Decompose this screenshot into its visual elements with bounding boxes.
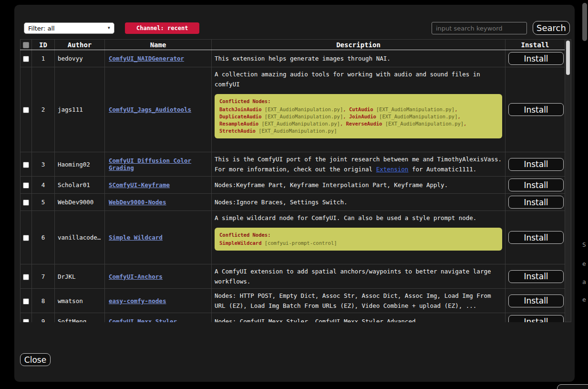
row-install-cell: Install bbox=[505, 313, 565, 323]
background-glyph: e bbox=[582, 296, 586, 303]
close-button[interactable]: Close bbox=[20, 353, 51, 366]
conflicted-node-extension: [EXT_AudioManipulation.py] bbox=[376, 106, 454, 112]
background-glyph: S bbox=[582, 241, 586, 248]
row-author: vanillacode… bbox=[55, 211, 105, 264]
filter-select-wrap: Filter: all ▾ bbox=[24, 22, 114, 34]
install-custom-nodes-dialog: Filter: all ▾ Channel: recent Search ID bbox=[14, 5, 575, 382]
node-name-link[interactable]: ComfyUI_Jags_Audiotools bbox=[109, 106, 191, 113]
install-button[interactable]: Install bbox=[508, 52, 564, 65]
row-description: Nodes:Keyframe Part, Keyframe Interpolat… bbox=[212, 177, 505, 194]
conflicted-node-name: SimpleWildcard bbox=[219, 240, 262, 246]
row-author: bedovyy bbox=[55, 50, 105, 67]
install-button[interactable]: Install bbox=[508, 315, 564, 322]
install-button[interactable]: Install bbox=[508, 103, 564, 116]
table-scrollbar-thumb[interactable] bbox=[566, 41, 570, 75]
conflicted-nodes-list: BatchJoinAudio [EXT_AudioManipulation.py… bbox=[219, 106, 497, 135]
row-description: Nodes: ComfyUI Mexx Styler, ComfyUI Mexx… bbox=[212, 313, 505, 323]
row-author: SoftMeng bbox=[55, 313, 105, 323]
select-all-checkbox[interactable] bbox=[23, 42, 29, 48]
row-id: 5 bbox=[32, 194, 55, 211]
row-author: Scholar01 bbox=[55, 177, 105, 194]
custom-nodes-table: ID Author Name Description Install 1bedo… bbox=[20, 39, 565, 322]
conflicted-nodes-title: Conflicted Nodes: bbox=[219, 231, 497, 239]
description-text: A collection amazing audio tools for wor… bbox=[215, 69, 502, 89]
table-header-row: ID Author Name Description Install bbox=[21, 40, 565, 50]
row-name: WebDev9000-Nodes bbox=[105, 194, 212, 211]
table-row: 1bedovyyComfyUI_NAIDGeneratorThis extens… bbox=[21, 50, 565, 67]
row-checkbox[interactable] bbox=[23, 107, 29, 113]
description-text: Nodes:Ignore Braces, Settings Switch. bbox=[215, 197, 502, 207]
conflicted-node-name: StretchAudio bbox=[219, 128, 256, 134]
table-row: 2jags111ComfyUI_Jags_AudiotoolsA collect… bbox=[21, 67, 565, 152]
row-name: Simple Wildcard bbox=[105, 211, 212, 264]
row-select-cell bbox=[21, 152, 32, 177]
install-button[interactable]: Install bbox=[508, 158, 564, 171]
row-id: 7 bbox=[32, 264, 55, 289]
table-scrollbar[interactable] bbox=[565, 39, 571, 322]
node-name-link[interactable]: easy-comfy-nodes bbox=[109, 297, 166, 305]
row-select-cell bbox=[21, 289, 32, 313]
row-select-cell bbox=[21, 211, 32, 264]
node-name-link[interactable]: ComfyUI_NAIDGenerator bbox=[109, 55, 184, 62]
description-text: This extension helps generate images thr… bbox=[215, 53, 502, 63]
row-author: Haoming02 bbox=[55, 152, 105, 177]
row-author: jags111 bbox=[55, 67, 105, 152]
node-name-link[interactable]: ComfyUI-Anchors bbox=[109, 273, 163, 280]
row-install-cell: Install bbox=[505, 264, 565, 289]
node-name-link[interactable]: ComfyUI_Mexx_Styler bbox=[109, 318, 177, 322]
row-install-cell: Install bbox=[505, 211, 565, 264]
install-button[interactable]: Install bbox=[508, 196, 564, 209]
filter-select[interactable]: Filter: all bbox=[24, 22, 114, 34]
row-id: 1 bbox=[32, 50, 55, 67]
row-checkbox[interactable] bbox=[23, 162, 29, 168]
row-checkbox[interactable] bbox=[23, 56, 29, 62]
description-text: A simple wildcard node for ComfyUI. Can … bbox=[215, 213, 502, 223]
conflicted-node-name: ResampleAudio bbox=[219, 121, 258, 126]
conflicted-node-name: BatchJoinAudio bbox=[219, 106, 262, 112]
table-row: 5WebDev9000WebDev9000-NodesNodes:Ignore … bbox=[21, 194, 565, 211]
description-link[interactable]: Extension bbox=[376, 166, 409, 173]
table-row: 3Haoming02ComfyUI Diffusion Color Gradin… bbox=[21, 152, 565, 177]
row-checkbox[interactable] bbox=[23, 235, 29, 241]
page-scrollbar-thumb[interactable] bbox=[582, 3, 587, 41]
page-background: Filter: all ▾ Channel: recent Search ID bbox=[0, 0, 588, 389]
conflicted-node-name: ReverseAudio bbox=[346, 121, 382, 126]
row-install-cell: Install bbox=[505, 67, 565, 152]
table-row: 8wmatsoneasy-comfy-nodesNodes: HTTP POST… bbox=[21, 289, 565, 313]
row-id: 8 bbox=[32, 289, 55, 313]
search-input[interactable] bbox=[432, 22, 527, 34]
node-name-link[interactable]: ComfyUI Diffusion Color Grading bbox=[109, 157, 191, 171]
column-header-author: Author bbox=[55, 40, 105, 50]
row-id: 3 bbox=[32, 152, 55, 177]
row-description: Nodes: HTTP POST, Empty Dict, Assoc Str,… bbox=[212, 289, 505, 313]
clipped-corner-button[interactable] bbox=[557, 384, 588, 389]
row-select-cell bbox=[21, 50, 32, 67]
install-button[interactable]: Install bbox=[508, 231, 564, 244]
column-header-name: Name bbox=[105, 40, 212, 50]
node-name-link[interactable]: WebDev9000-Nodes bbox=[109, 199, 166, 206]
node-name-link[interactable]: Simple Wildcard bbox=[109, 234, 163, 241]
channel-badge: Channel: recent bbox=[125, 22, 199, 34]
row-checkbox[interactable] bbox=[23, 182, 29, 189]
row-description: A collection amazing audio tools for wor… bbox=[212, 67, 505, 152]
row-install-cell: Install bbox=[505, 50, 565, 67]
row-description: A ComfyUI extension to add spatial ancho… bbox=[212, 264, 505, 289]
row-author: WebDev9000 bbox=[55, 194, 105, 211]
row-install-cell: Install bbox=[505, 177, 565, 194]
row-checkbox[interactable] bbox=[23, 200, 29, 206]
row-author: wmatson bbox=[55, 289, 105, 313]
row-checkbox[interactable] bbox=[23, 274, 29, 280]
search-button[interactable]: Search bbox=[533, 21, 570, 35]
conflicted-node-extension: [EXT_AudioManipulation.py] bbox=[258, 128, 337, 134]
install-button[interactable]: Install bbox=[508, 270, 564, 283]
conflicted-node-extension: [EXT_AudioManipulation.py] bbox=[265, 114, 343, 119]
conflicted-node-name: DuplicateAudio bbox=[219, 114, 262, 119]
install-button[interactable]: Install bbox=[508, 294, 564, 307]
row-checkbox[interactable] bbox=[23, 319, 29, 322]
row-id: 9 bbox=[32, 313, 55, 323]
row-checkbox[interactable] bbox=[23, 298, 29, 305]
background-glyph: a bbox=[582, 278, 586, 285]
install-button[interactable]: Install bbox=[508, 179, 564, 191]
row-author: DrJKL bbox=[55, 264, 105, 289]
node-name-link[interactable]: SComfyUI-Keyframe bbox=[109, 181, 170, 189]
